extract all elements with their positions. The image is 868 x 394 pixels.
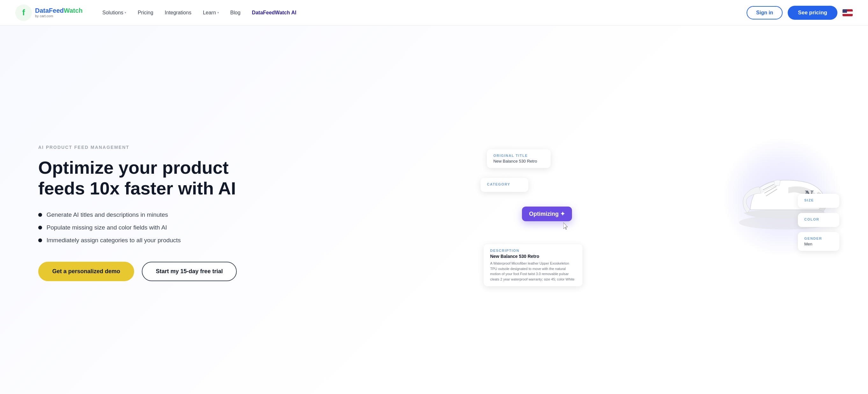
gender-value: Men	[804, 242, 833, 246]
svg-rect-4	[842, 14, 853, 16]
see-pricing-button[interactable]: See pricing	[788, 6, 837, 20]
logo-sub: by cart.com	[35, 14, 83, 18]
logo-icon: f	[15, 4, 32, 21]
card-gender: GENDER Men	[798, 232, 839, 251]
nav-blog[interactable]: Blog	[226, 7, 245, 18]
signin-button[interactable]: Sign in	[747, 6, 783, 20]
description-label: DESCRIPTION	[490, 249, 576, 252]
bullet-dot-1	[38, 213, 42, 217]
chevron-down-icon-learn: ▾	[217, 11, 219, 14]
bullet-3: Immediately assign categories to all you…	[38, 237, 468, 244]
logo-datafeed: DataFeed	[35, 7, 64, 14]
card-original-title: ORIGINAL TITLE New Balance 530 Retro	[487, 149, 551, 168]
card-description: DESCRIPTION New Balance 530 Retro A Wate…	[484, 244, 583, 286]
color-label: COLOR	[804, 217, 833, 221]
svg-rect-5	[842, 9, 847, 13]
gender-label: GENDER	[804, 237, 833, 240]
svg-text:f: f	[22, 8, 25, 17]
original-title-label: ORIGINAL TITLE	[493, 154, 544, 157]
nav-links: Solutions ▾ Pricing Integrations Learn ▾…	[98, 7, 747, 18]
hero-eyebrow: AI PRODUCT FEED MANAGEMENT	[38, 145, 468, 150]
mockup-container: N ORIGINAL TITLE New	[480, 130, 842, 296]
hero-left: AI PRODUCT FEED MANAGEMENT Optimize your…	[38, 145, 480, 281]
nav-pricing[interactable]: Pricing	[133, 7, 158, 18]
trial-button[interactable]: Start my 15-day free trial	[142, 262, 237, 281]
optimizing-text: Optimizing ✦	[529, 210, 565, 217]
nav-learn[interactable]: Learn ▾	[198, 7, 223, 18]
card-size: SIZE	[798, 194, 839, 208]
nav-actions: Sign in See pricing	[747, 6, 853, 20]
logo[interactable]: f DataFeedWatch by cart.com	[15, 4, 83, 21]
nav-ai[interactable]: DataFeedWatch AI	[248, 7, 301, 18]
original-title-value: New Balance 530 Retro	[493, 159, 544, 163]
size-label: SIZE	[804, 198, 833, 202]
hero-cta-row: Get a personalized demo Start my 15-day …	[38, 262, 468, 281]
chevron-down-icon: ▾	[125, 11, 126, 14]
cursor-icon	[563, 222, 570, 231]
demo-button[interactable]: Get a personalized demo	[38, 262, 134, 281]
category-label: CATEGORY	[487, 182, 522, 186]
logo-watch: Watch	[64, 7, 83, 14]
card-color: COLOR	[798, 213, 839, 227]
nav-integrations[interactable]: Integrations	[160, 7, 196, 18]
bullet-1: Generate AI titles and descriptions in m…	[38, 211, 468, 218]
description-product-name: New Balance 530 Retro	[490, 254, 576, 259]
logo-text: DataFeedWatch by cart.com	[35, 7, 83, 18]
card-category: CATEGORY	[480, 178, 528, 192]
navbar: f DataFeedWatch by cart.com Solutions ▾ …	[0, 0, 868, 26]
optimizing-badge: Optimizing ✦	[522, 207, 572, 221]
flag-icon[interactable]	[842, 9, 853, 16]
bullet-2: Populate missing size and color fields w…	[38, 224, 468, 231]
hero-right: N ORIGINAL TITLE New	[480, 130, 842, 296]
hero-title: Optimize your product feeds 10x faster w…	[38, 157, 468, 199]
nav-solutions[interactable]: Solutions ▾	[98, 7, 131, 18]
hero-section: AI PRODUCT FEED MANAGEMENT Optimize your…	[0, 26, 868, 394]
bullet-dot-3	[38, 238, 42, 242]
description-text: A Waterproof Microfiber leather Upper Ex…	[490, 261, 576, 282]
hero-bullets: Generate AI titles and descriptions in m…	[38, 211, 468, 244]
bullet-dot-2	[38, 226, 42, 230]
